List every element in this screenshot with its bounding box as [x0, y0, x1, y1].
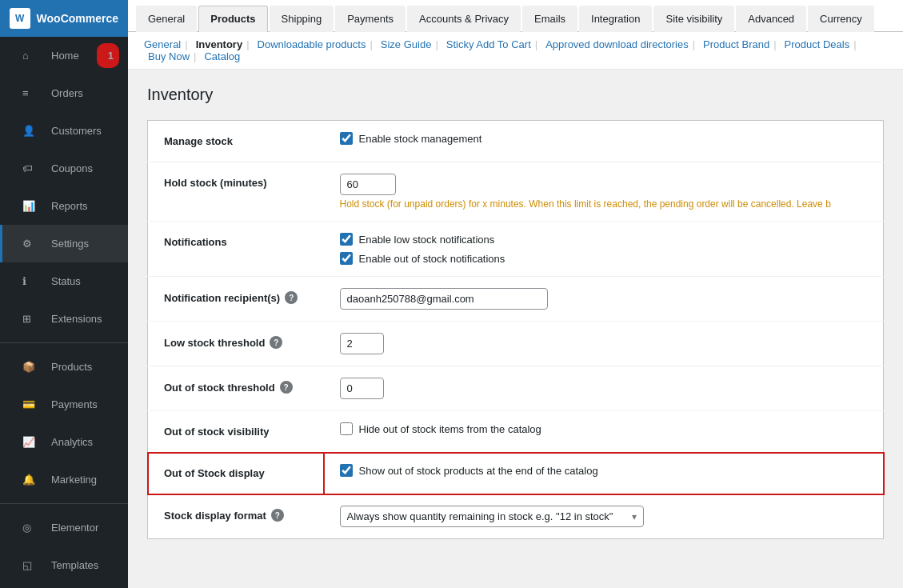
- sidebar-divider-2: [0, 503, 128, 504]
- home-badge: 1: [97, 43, 119, 68]
- sidebar-item-extensions[interactable]: ⊞ Extensions: [0, 300, 128, 338]
- out-of-stock-threshold-help-icon[interactable]: ?: [280, 381, 293, 394]
- sidebar-item-orders[interactable]: ≡ Orders: [0, 74, 128, 112]
- hold-stock-input[interactable]: [340, 174, 396, 195]
- sidebar-logo[interactable]: W WooCommerce: [0, 0, 128, 37]
- stock-display-format-select[interactable]: Always show quantity remaining in stock …: [341, 506, 644, 526]
- checkbox-row-show-end-catalog: Show out of stock products at the end of…: [340, 464, 868, 477]
- coupons-icon: 🏷: [11, 156, 34, 181]
- analytics-icon: 📈: [11, 430, 34, 454]
- sidebar-item-status[interactable]: ℹ Status: [0, 262, 128, 300]
- row-label-hold-stock: Hold stock (minutes): [148, 162, 324, 222]
- page-title: Inventory: [147, 86, 884, 104]
- sidebar-item-settings[interactable]: ⚙ Settings: [0, 225, 128, 262]
- sidebar-label: Templates: [40, 553, 110, 578]
- hold-stock-help: Hold stock (for unpaid orders) for x min…: [340, 198, 868, 210]
- home-icon: ⌂: [11, 43, 34, 68]
- sidebar-secondary-menu: 📦 Products 💳 Payments 📈 Analytics 🔔 Mark…: [0, 348, 128, 498]
- tab-currency[interactable]: Currency: [808, 6, 874, 32]
- sidebar-item-payments[interactable]: 💳 Payments: [0, 386, 128, 423]
- sidebar-label: Orders: [40, 81, 94, 106]
- show-end-of-catalog-checkbox[interactable]: [340, 464, 353, 477]
- subnav-size-guide[interactable]: Size Guide: [381, 38, 432, 50]
- low-stock-threshold-help-icon[interactable]: ?: [270, 336, 282, 349]
- tab-site-visibility[interactable]: Site visibility: [653, 6, 734, 32]
- row-label-notifications: Notifications: [148, 222, 324, 277]
- sidebar-item-reports[interactable]: 📊 Reports: [0, 187, 128, 225]
- sidebar-label: Marketing: [40, 467, 108, 492]
- subnav-downloadable[interactable]: Downloadable products: [258, 38, 366, 50]
- sidebar-label: Home: [40, 43, 90, 68]
- sidebar-item-elementor[interactable]: ◎ Elementor: [0, 509, 128, 546]
- tab-emails[interactable]: Emails: [522, 6, 577, 32]
- stock-display-format-help-icon[interactable]: ?: [271, 509, 284, 522]
- row-content-out-of-stock-display: Show out of stock products at the end of…: [324, 453, 884, 494]
- row-out-of-stock-visibility: Out of stock visibility Hide out of stoc…: [148, 411, 884, 453]
- elementor-icon: ◎: [11, 515, 34, 540]
- reports-icon: 📊: [11, 194, 34, 218]
- subnav-sep-4: |: [435, 38, 438, 50]
- subnav-product-brand[interactable]: Product Brand: [703, 38, 769, 50]
- row-content-hold-stock: Hold stock (for unpaid orders) for x min…: [324, 162, 884, 222]
- subnav-sep-1: |: [185, 38, 187, 50]
- tab-accounts[interactable]: Accounts & Privacy: [407, 6, 521, 32]
- checkbox-row-hide-out-of-stock: Hide out of stock items from the catalog: [340, 422, 868, 435]
- row-low-stock-threshold: Low stock threshold ?: [148, 322, 884, 366]
- sidebar-item-templates[interactable]: ◱ Templates: [0, 546, 128, 584]
- sidebar: W WooCommerce ⌂ Home 1 ≡ Orders 👤 Custom…: [0, 0, 128, 588]
- sidebar-item-home[interactable]: ⌂ Home 1: [0, 37, 128, 74]
- row-stock-display-format: Stock display format ? Always show quant…: [148, 494, 884, 539]
- tab-payments[interactable]: Payments: [335, 6, 406, 32]
- subnav-sep-7: |: [773, 38, 776, 50]
- low-stock-threshold-input[interactable]: [340, 333, 384, 354]
- page-content: Inventory Manage stock Enable stock mana…: [128, 70, 903, 588]
- notification-recipient-input[interactable]: [340, 288, 548, 310]
- row-notifications: Notifications Enable low stock notificat…: [148, 222, 884, 277]
- row-out-of-stock-display: Out of Stock display Show out of stock p…: [148, 453, 884, 494]
- sidebar-item-customers[interactable]: 👤 Customers: [0, 112, 128, 150]
- subnav-general[interactable]: General: [144, 38, 181, 50]
- out-of-stock-notify-checkbox[interactable]: [340, 252, 353, 265]
- subnav-catalog[interactable]: Catalog: [204, 50, 240, 62]
- sidebar-label: Settings: [40, 231, 100, 256]
- row-content-stock-display-format: Always show quantity remaining in stock …: [324, 494, 884, 539]
- row-label-out-of-stock-visibility: Out of stock visibility: [148, 411, 324, 453]
- subnav-product-deals[interactable]: Product Deals: [785, 38, 850, 50]
- tab-products[interactable]: Products: [198, 6, 267, 32]
- tab-general[interactable]: General: [136, 6, 197, 32]
- th-inner-recipient: Notification recipient(s) ?: [164, 291, 308, 304]
- row-label-stock-display-format: Stock display format ?: [148, 494, 324, 539]
- enable-stock-label: Enable stock management: [359, 133, 482, 145]
- sidebar-item-coupons[interactable]: 🏷 Coupons: [0, 150, 128, 187]
- subnav-inventory[interactable]: Inventory: [196, 38, 243, 50]
- th-inner-out-stock: Out of stock threshold ?: [164, 381, 308, 394]
- sidebar-item-marketing[interactable]: 🔔 Marketing: [0, 461, 128, 498]
- row-manage-stock: Manage stock Enable stock management: [148, 121, 884, 162]
- row-notification-recipient: Notification recipient(s) ?: [148, 277, 884, 322]
- subnav-sep-2: |: [246, 38, 249, 50]
- low-stock-notify-label: Enable low stock notifications: [359, 234, 495, 246]
- row-hold-stock: Hold stock (minutes) Hold stock (for unp…: [148, 162, 884, 222]
- stock-display-format-select-wrapper: Always show quantity remaining in stock …: [340, 506, 644, 527]
- enable-stock-checkbox[interactable]: [340, 132, 353, 145]
- settings-table: Manage stock Enable stock management Hol…: [147, 120, 884, 539]
- subnav-approved-dirs[interactable]: Approved download directories: [545, 38, 689, 50]
- th-inner-stock-format: Stock display format ?: [164, 509, 308, 522]
- tab-integration[interactable]: Integration: [579, 6, 652, 32]
- low-stock-notify-checkbox[interactable]: [340, 233, 353, 246]
- sidebar-item-analytics[interactable]: 📈 Analytics: [0, 423, 128, 461]
- recipient-help-icon[interactable]: ?: [285, 291, 298, 304]
- orders-icon: ≡: [11, 81, 34, 106]
- row-label-low-stock-threshold: Low stock threshold ?: [148, 322, 324, 366]
- subnav-sep-5: |: [535, 38, 537, 50]
- sub-navigation: General | Inventory | Downloadable produ…: [128, 32, 903, 70]
- row-content-notification-recipient: [324, 277, 884, 322]
- tab-advanced[interactable]: Advanced: [736, 6, 806, 32]
- tab-shipping[interactable]: Shipping: [270, 6, 334, 32]
- out-of-stock-threshold-input[interactable]: [340, 378, 384, 399]
- hide-out-of-stock-checkbox[interactable]: [340, 422, 353, 435]
- row-label-manage-stock: Manage stock: [148, 121, 324, 162]
- subnav-sticky-add[interactable]: Sticky Add To Cart: [446, 38, 531, 50]
- subnav-buy-now[interactable]: Buy Now: [148, 50, 190, 62]
- sidebar-item-products[interactable]: 📦 Products: [0, 348, 128, 386]
